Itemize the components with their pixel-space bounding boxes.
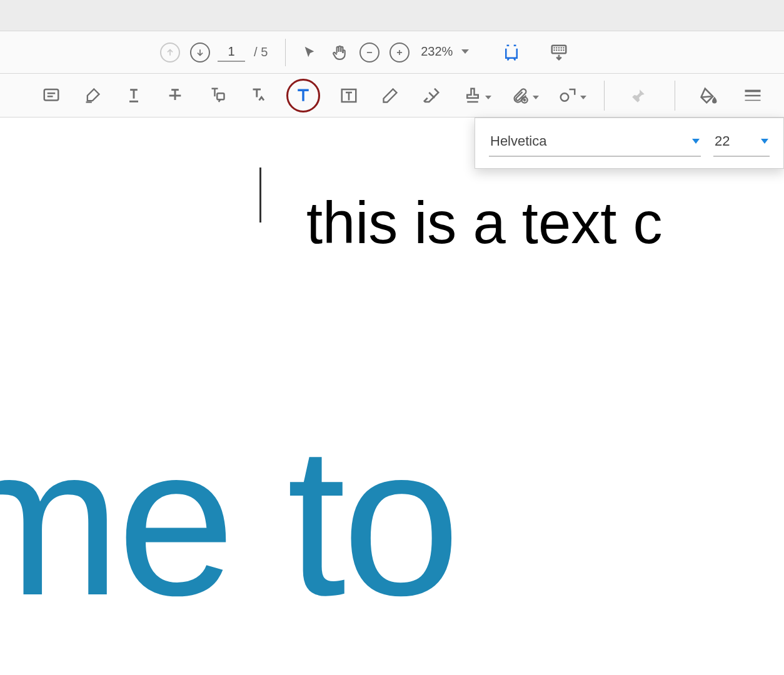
page-total-label: / 5 — [254, 45, 268, 59]
chevron-down-icon — [580, 96, 586, 99]
keyboard-down-icon — [550, 43, 568, 62]
hand-icon — [331, 44, 348, 61]
text-callout-tool[interactable] — [204, 83, 229, 108]
pencil-tool[interactable] — [378, 83, 403, 108]
underline-tool[interactable] — [121, 83, 146, 108]
toolbar-separator — [285, 39, 286, 66]
document-canvas[interactable]: this is a text c me to — [0, 118, 784, 675]
arrow-down-icon — [190, 42, 210, 62]
line-style-tool[interactable] — [740, 83, 765, 108]
annotation-toolbar — [0, 74, 784, 118]
chevron-down-icon — [461, 49, 469, 54]
paperclip-plus-icon — [511, 87, 529, 104]
free-text-tool-active[interactable] — [286, 79, 320, 112]
minus-icon — [359, 42, 379, 62]
cursor-icon — [303, 46, 316, 59]
zoom-out-button[interactable] — [357, 40, 382, 65]
shapes-icon — [558, 86, 577, 105]
text-box-icon — [339, 86, 358, 105]
stamp-tool[interactable] — [460, 83, 485, 108]
eraser-icon — [422, 86, 441, 105]
font-family-value: Helvetica — [490, 133, 546, 149]
chevron-down-icon — [692, 139, 700, 144]
chevron-down-icon — [761, 139, 768, 144]
font-size-select[interactable]: 22 — [713, 131, 770, 157]
svg-rect-2 — [217, 93, 224, 99]
keyboard-button[interactable] — [546, 40, 571, 65]
text-caret-tool[interactable] — [245, 83, 270, 108]
text-cursor — [259, 168, 261, 222]
text-comment-icon — [207, 86, 226, 105]
lines-icon — [743, 89, 762, 102]
text-insert-icon — [248, 86, 267, 105]
zoom-value: 232% — [421, 44, 453, 59]
zoom-in-button[interactable] — [387, 40, 412, 65]
svg-point-5 — [561, 93, 569, 101]
text-format-panel: Helvetica 22 — [475, 118, 784, 169]
text-icon — [294, 86, 313, 105]
document-body-text: me to — [0, 399, 456, 643]
plus-icon — [389, 42, 410, 62]
toolbar-separator — [604, 81, 605, 111]
stamp-icon — [463, 86, 482, 105]
pin-tool[interactable] — [626, 83, 651, 108]
fill-color-tool[interactable] — [696, 83, 721, 108]
attachment-tool[interactable] — [508, 83, 533, 108]
text-box-tool[interactable] — [336, 83, 361, 108]
highlight-tool[interactable] — [80, 83, 105, 108]
prev-page-button[interactable] — [158, 40, 183, 65]
strikeout-tool[interactable] — [163, 83, 188, 108]
text-strikeout-icon — [166, 87, 184, 104]
next-page-button[interactable] — [188, 40, 213, 65]
pencil-icon — [381, 87, 399, 104]
free-text-annotation[interactable]: this is a text c — [306, 189, 662, 257]
text-underline-icon — [125, 87, 143, 104]
chevron-down-icon — [485, 96, 491, 99]
toolbar-separator — [675, 81, 675, 111]
comment-tool[interactable] — [39, 83, 64, 108]
pin-icon — [630, 88, 646, 104]
comment-icon — [42, 86, 61, 105]
page-fit-icon — [502, 43, 521, 62]
paint-bucket-icon — [700, 86, 718, 105]
font-size-value: 22 — [715, 133, 730, 149]
page-number-input[interactable] — [218, 43, 245, 62]
page-layout-button[interactable] — [499, 40, 524, 65]
highlighter-icon — [84, 87, 101, 104]
window-titlebar — [0, 0, 784, 31]
main-toolbar: / 5 232% — [0, 31, 784, 74]
eraser-tool[interactable] — [419, 83, 444, 108]
select-tool-button[interactable] — [297, 40, 322, 65]
arrow-up-icon — [160, 42, 180, 62]
svg-rect-1 — [44, 89, 59, 101]
shapes-tool[interactable] — [555, 83, 580, 108]
chevron-down-icon — [533, 96, 539, 99]
zoom-select[interactable]: 232% — [417, 44, 473, 60]
pan-tool-button[interactable] — [327, 40, 352, 65]
font-family-select[interactable]: Helvetica — [489, 131, 701, 157]
